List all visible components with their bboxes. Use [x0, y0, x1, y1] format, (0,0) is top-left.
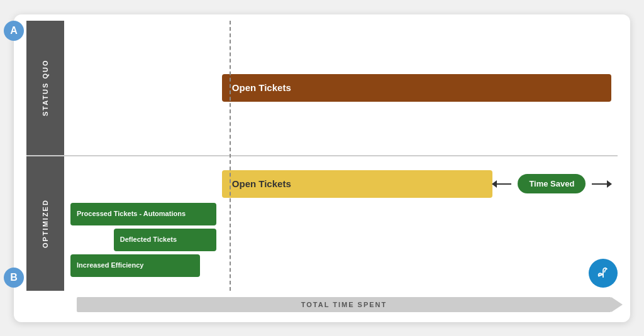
circle-label-b: B: [4, 268, 24, 288]
sprout-icon: [594, 264, 612, 282]
bar-increased-efficiency: Increased Efficiency: [70, 254, 200, 277]
opt-top-row: Open Tickets Time Saved: [70, 170, 611, 198]
time-saved-badge: Time Saved: [518, 174, 586, 193]
arrow-left: [492, 183, 512, 185]
row-optimized: OPTIMIZED Open Tickets Time Saved: [26, 156, 618, 291]
row-label-status-quo: STATUS QUO: [26, 21, 64, 155]
row-label-optimized: OPTIMIZED: [26, 156, 64, 291]
logo-circle: [589, 259, 618, 288]
bar-open-tickets-opt: Open Tickets: [222, 170, 492, 198]
row-content-optimized: Open Tickets Time Saved: [64, 156, 618, 291]
time-saved-container: Time Saved: [492, 170, 611, 198]
row-status-quo: STATUS QUO Open Tickets: [26, 21, 618, 156]
chart-wrapper: A B STATUS QUO Open Tickets OPTIMIZED: [14, 14, 630, 322]
row-content-status-quo: Open Tickets: [64, 21, 618, 155]
arrow-right: [592, 183, 611, 185]
rows-container: STATUS QUO Open Tickets OPTIMIZED Open T…: [26, 21, 618, 291]
circle-label-a: A: [4, 21, 24, 41]
bar-deflected-tickets: Deflected Tickets: [114, 229, 216, 251]
total-time-bar: TOTAL TIME SPENT: [77, 297, 611, 312]
bar-open-tickets-sq: Open Tickets: [222, 74, 611, 102]
small-bars-area: Processed Tickets - Automations Deflecte…: [70, 203, 611, 277]
bar-processed-tickets: Processed Tickets - Automations: [70, 203, 216, 225]
